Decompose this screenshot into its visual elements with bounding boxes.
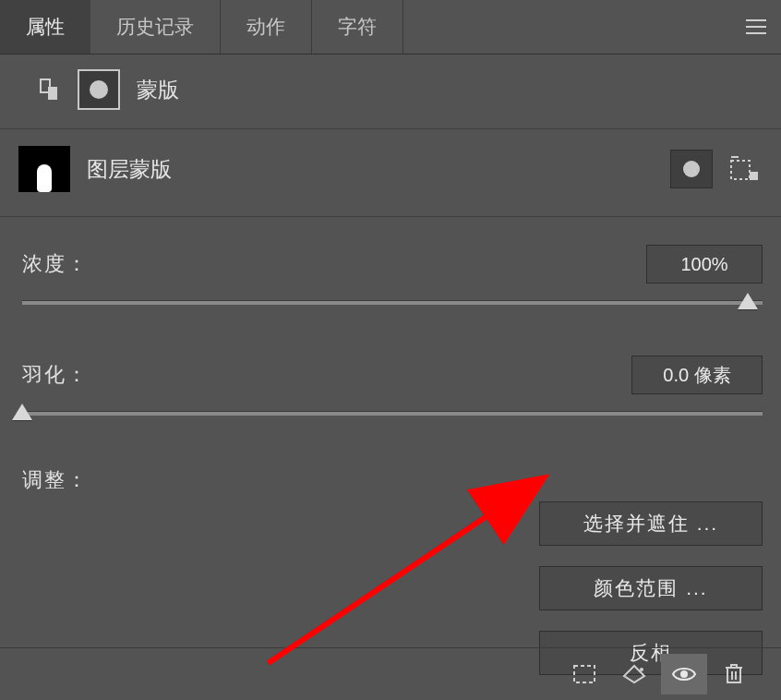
feather-label: 羽化： xyxy=(22,361,631,389)
density-slider[interactable] xyxy=(22,291,763,315)
eye-icon xyxy=(671,665,697,683)
feather-slider-thumb[interactable] xyxy=(12,404,32,420)
svg-rect-1 xyxy=(48,87,57,100)
density-label: 浓度： xyxy=(22,250,646,278)
panel-tabbar: 属性 历史记录 动作 字符 xyxy=(0,0,781,54)
delete-mask-button[interactable] xyxy=(711,654,757,694)
menu-icon xyxy=(745,18,767,35)
vector-mask-icon xyxy=(729,155,759,183)
select-and-mask-button[interactable]: 选择并遮住 ... xyxy=(539,501,763,546)
tab-history[interactable]: 历史记录 xyxy=(90,0,221,54)
density-track xyxy=(22,300,763,305)
svg-rect-3 xyxy=(750,172,758,180)
panel-menu-button[interactable] xyxy=(731,0,781,54)
mask-switch-icon[interactable] xyxy=(37,77,63,103)
svg-rect-2 xyxy=(731,161,750,179)
pixel-mask-dot-icon xyxy=(683,161,700,177)
toggle-mask-visibility-button[interactable] xyxy=(661,654,707,694)
tab-properties[interactable]: 属性 xyxy=(0,0,90,54)
layer-mask-name: 图层蒙版 xyxy=(87,155,670,184)
density-value[interactable]: 100% xyxy=(646,245,763,284)
mask-shape-icon xyxy=(37,164,52,192)
density-row: 浓度： 100% xyxy=(22,245,763,284)
svg-rect-5 xyxy=(574,666,595,682)
layer-mask-thumbnail[interactable] xyxy=(18,146,70,192)
panel-bottom-bar xyxy=(0,647,781,700)
feather-slider[interactable] xyxy=(22,402,763,426)
apply-mask-button[interactable] xyxy=(611,654,657,694)
layer-mask-row: 图层蒙版 xyxy=(0,129,781,217)
apply-icon xyxy=(621,663,647,685)
selection-icon xyxy=(573,665,595,683)
pixel-mask-icon xyxy=(38,78,62,102)
mask-type-title: 蒙版 xyxy=(137,76,179,104)
tab-character[interactable]: 字符 xyxy=(312,0,403,54)
mask-dot-icon xyxy=(90,80,108,99)
properties-panel: 属性 历史记录 动作 字符 蒙版 图层蒙版 xyxy=(0,0,781,700)
feather-value[interactable]: 0.0 像素 xyxy=(631,356,763,394)
pixel-mask-button[interactable] xyxy=(670,150,713,188)
feather-row: 羽化： 0.0 像素 xyxy=(22,356,763,394)
svg-point-7 xyxy=(680,670,688,678)
mask-controls: 浓度： 100% 羽化： 0.0 像素 调整： 选择并遮住 ... 颜色范围 .… xyxy=(0,217,781,675)
trash-icon xyxy=(724,663,744,685)
svg-point-6 xyxy=(640,668,643,671)
feather-track xyxy=(22,411,763,416)
color-range-button[interactable]: 颜色范围 ... xyxy=(539,566,763,610)
tab-actions[interactable]: 动作 xyxy=(221,0,312,54)
vector-mask-button[interactable] xyxy=(726,151,763,187)
refine-label: 调整： xyxy=(22,466,763,494)
density-slider-thumb[interactable] xyxy=(738,293,758,309)
load-selection-button[interactable] xyxy=(561,654,607,694)
mask-type-header: 蒙版 xyxy=(0,54,781,129)
mask-thumb-toggle[interactable] xyxy=(78,69,120,110)
